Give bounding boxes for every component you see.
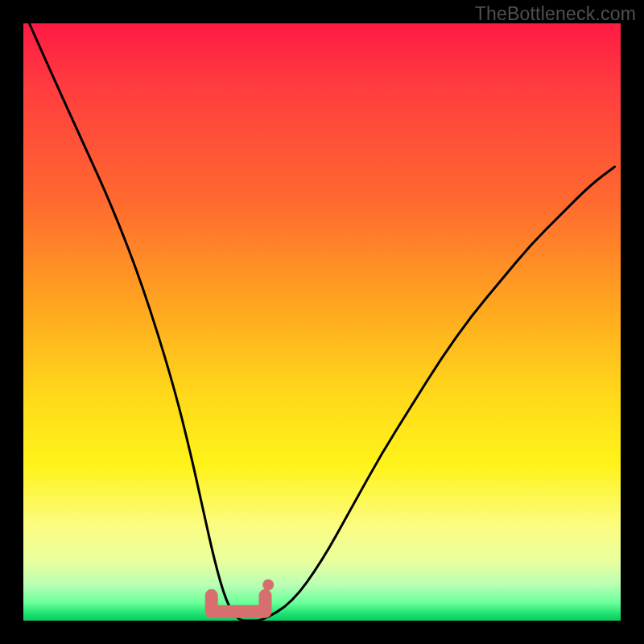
chart-svg [23, 23, 621, 621]
min-band [212, 596, 266, 612]
chart-frame: TheBottleneck.com [0, 0, 644, 644]
svg-point-0 [262, 579, 274, 590]
plot-area [23, 23, 621, 621]
annotation-dot [262, 579, 274, 590]
bottleneck-curve [29, 23, 614, 621]
watermark-text: TheBottleneck.com [475, 3, 636, 25]
